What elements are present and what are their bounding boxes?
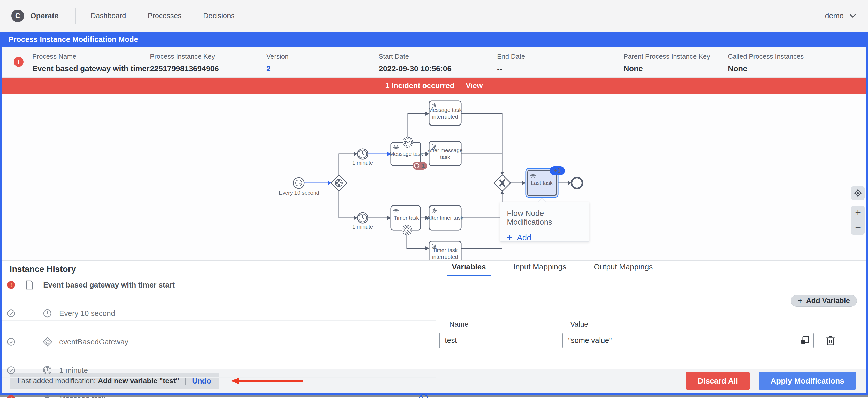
svg-text:!: ! — [416, 164, 417, 168]
task-timer-task[interactable]: Timer task — [391, 206, 421, 235]
timer-event-top[interactable]: 1 minute — [352, 149, 373, 166]
timer-event-bottom[interactable]: 1 minute — [352, 213, 373, 230]
document-icon — [26, 280, 33, 290]
meta-version: Version 2 — [266, 53, 289, 73]
end-event[interactable] — [571, 177, 582, 189]
meta-parent-key: Parent Process Instance Key None — [623, 53, 710, 73]
task-after-message-task[interactable]: After message task — [428, 141, 462, 166]
svg-text:+1: +1 — [554, 167, 561, 174]
meta-process-name: Process Name Event based gateway with ti… — [32, 53, 156, 73]
popover-title: Flow Node Modifications — [507, 209, 589, 226]
history-row-process[interactable]: ! Event based gateway with timer start — [2, 278, 436, 292]
event-based-gateway[interactable] — [331, 175, 347, 191]
zoom-out-button[interactable]: − — [851, 221, 865, 235]
history-row-event-based-gateway[interactable]: eventBasedGateway — [2, 335, 436, 349]
chevron-down-icon — [849, 13, 857, 18]
meta-end-date: End Date -- — [497, 53, 525, 73]
incident-count-badge: ! 1 — [412, 162, 427, 170]
cancel-token-icon[interactable] — [418, 394, 429, 398]
bpmn-canvas: Every 10 second 1 minute — [2, 94, 866, 260]
svg-text:!: ! — [10, 282, 12, 288]
svg-text:Timer task: Timer task — [432, 247, 458, 253]
incident-bar: 1 Incident occurred View — [2, 78, 866, 94]
apply-modifications-button[interactable]: Apply Modifications — [759, 372, 856, 390]
svg-text:After message: After message — [428, 147, 462, 153]
operate-app: C Operate Dashboard Processes Decisions … — [0, 0, 868, 398]
version-link[interactable]: 2 — [266, 64, 271, 73]
completed-state-icon — [6, 309, 16, 317]
plus-icon: + — [798, 296, 803, 306]
svg-text:Message task: Message task — [428, 107, 462, 113]
process-meta-header: ! Process Name Event based gateway with … — [2, 47, 866, 78]
task-message-task[interactable]: Message task ! 1 — [390, 137, 427, 170]
meta-instance-key: Process Instance Key 2251799813694906 — [150, 53, 219, 73]
add-token-badge: +1 — [550, 166, 565, 175]
variable-name-input[interactable] — [439, 333, 552, 348]
reset-zoom-button[interactable] — [851, 186, 865, 200]
tab-variables[interactable]: Variables — [447, 262, 491, 276]
plus-icon: + — [507, 233, 512, 243]
delete-variable-icon[interactable] — [826, 335, 835, 346]
incident-state-icon: ! — [14, 57, 24, 67]
task-timer-task-interrupted[interactable]: Timer task interrupted — [429, 241, 461, 260]
event-based-gateway-icon — [43, 337, 53, 347]
svg-text:Message task: Message task — [390, 151, 423, 157]
timer-start-icon — [43, 309, 52, 318]
svg-text:1: 1 — [422, 163, 425, 169]
error-state-icon: ! — [6, 281, 16, 289]
svg-text:task: task — [440, 154, 450, 160]
task-after-timer-task[interactable]: After timer task — [427, 206, 463, 230]
tab-output-mappings[interactable]: Output Mappings — [589, 262, 657, 276]
annotation-arrow-icon — [231, 377, 304, 385]
value-column-label: Value — [570, 320, 588, 329]
service-task-icon — [43, 394, 52, 398]
discard-all-button[interactable]: Discard All — [686, 372, 750, 390]
variable-value-input[interactable] — [562, 333, 814, 348]
completed-state-icon — [6, 366, 16, 374]
modification-frame: Process Instance Modification Mode ! Pro… — [0, 32, 868, 395]
camunda-logo-icon: C — [11, 9, 24, 22]
flow-node-modifications-popover: Flow Node Modifications + Add — [500, 202, 589, 242]
exclusive-gateway[interactable] — [494, 175, 510, 191]
undo-button[interactable]: Undo — [192, 377, 211, 385]
timer-boundary-event[interactable] — [402, 225, 412, 235]
meta-called-instances: Called Process Instances None — [728, 53, 804, 73]
variables-panel: Variables Input Mappings Output Mappings… — [436, 261, 866, 369]
svg-text:1 minute: 1 minute — [352, 160, 373, 166]
svg-text:Every 10 second: Every 10 second — [279, 190, 319, 196]
zoom-in-button[interactable]: + — [851, 206, 865, 221]
instance-history-title: Instance History — [2, 261, 436, 278]
meta-start-date: Start Date 2022-09-30 10:56:06 — [379, 53, 452, 73]
nav-item-processes[interactable]: Processes — [148, 12, 182, 20]
svg-text:interrupted: interrupted — [432, 254, 458, 260]
start-event-timer[interactable]: Every 10 second — [279, 177, 319, 196]
modification-description: Add new variable "test" — [98, 377, 179, 385]
error-state-icon: ! — [6, 395, 16, 398]
bpmn-diagram: Every 10 second 1 minute — [2, 94, 866, 260]
user-menu[interactable]: demo — [825, 12, 857, 20]
add-modification-button[interactable]: + Add — [507, 233, 589, 243]
task-last-task[interactable]: Last task +1 — [526, 166, 565, 197]
tree-guide-line — [38, 292, 38, 363]
history-row-1-minute[interactable]: 1 minute — [2, 363, 436, 377]
history-row-message-task[interactable]: ! Message task — [2, 392, 436, 398]
history-row-every-10-second[interactable]: Every 10 second — [2, 306, 436, 321]
executed-flows — [305, 154, 388, 183]
incident-view-link[interactable]: View — [466, 82, 483, 90]
completed-state-icon — [6, 338, 16, 346]
nav-item-decisions[interactable]: Decisions — [203, 12, 235, 20]
svg-text:!: ! — [10, 396, 12, 398]
instance-history-panel: Instance History ! Event based gateway w… — [2, 261, 436, 369]
nav-divider — [75, 8, 76, 24]
zoom-controls: + − — [851, 206, 865, 235]
add-variable-button[interactable]: + Add Variable — [791, 295, 857, 307]
message-boundary-event[interactable] — [403, 137, 413, 147]
open-json-editor-icon[interactable] — [800, 336, 810, 345]
top-nav: C Operate Dashboard Processes Decisions … — [0, 0, 868, 32]
app-title[interactable]: Operate — [30, 12, 59, 20]
task-message-task-interrupted[interactable]: Message task interrupted — [428, 101, 462, 125]
crosshair-icon — [854, 189, 862, 197]
nav-item-dashboard[interactable]: Dashboard — [91, 12, 126, 20]
modification-mode-banner: Process Instance Modification Mode — [2, 32, 866, 47]
tab-input-mappings[interactable]: Input Mappings — [509, 262, 571, 276]
